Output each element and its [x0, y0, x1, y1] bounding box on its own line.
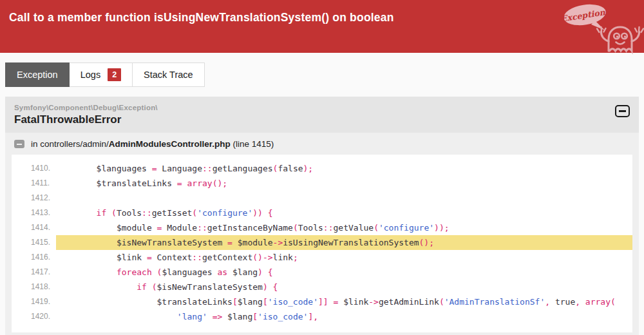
code-text: foreach ($languages as $lang) {: [56, 265, 632, 280]
code-text: if (Tools::getIsset('configure')) {: [56, 206, 632, 220]
ghost-body: [597, 27, 643, 51]
source-location-row: in controllers/admin/AdminModulesControl…: [5, 133, 639, 155]
line-number: 1419.: [12, 294, 56, 309]
line-number: 1415.: [12, 235, 56, 250]
source-location: in controllers/admin/AdminModulesControl…: [31, 139, 274, 149]
code-line: 1416. $link = Context::getContext()->lin…: [12, 250, 632, 265]
line-number: 1416.: [12, 250, 56, 265]
code-text: if ($isNewTranslateSystem) {: [56, 280, 632, 294]
line-number: 1410.: [12, 161, 56, 176]
debug-tabs: ExceptionLogs2Stack Trace: [5, 62, 639, 87]
code-line: 1410. $languages = Language::getLanguage…: [12, 161, 632, 176]
exception-panel: Symfony\Component\Debug\Exception\ Fatal…: [5, 97, 639, 335]
tab-label: Exception: [17, 70, 58, 80]
source-line-number: (line 1415): [231, 139, 274, 149]
line-number: 1414.: [12, 220, 56, 235]
source-file-name: AdminModulesController.php: [109, 139, 231, 149]
code-text: $link = Context::getContext()->link;: [56, 250, 632, 265]
tab-label: Logs: [80, 70, 100, 80]
code-line: 1418. if ($isNewTranslateSystem) {: [12, 280, 632, 294]
tab-exception[interactable]: Exception: [5, 62, 70, 87]
ghost-icon: Exception!: [559, 1, 644, 55]
code-line: 1414. $module = Module::getInstanceByNam…: [12, 220, 632, 235]
code-text: 'lang' => $lang['iso_code'],: [56, 309, 632, 324]
code-line: 1419. $translateLinks[$lang['iso_code']]…: [12, 294, 632, 309]
error-message: Call to a member function isUsingNewTran…: [0, 0, 644, 24]
exception-class: FatalThrowableError: [14, 113, 630, 126]
error-banner: Call to a member function isUsingNewTran…: [0, 0, 644, 53]
collapse-minus-icon[interactable]: [615, 105, 630, 117]
tab-logs[interactable]: Logs2: [70, 62, 133, 87]
code-text: [56, 191, 632, 206]
code-excerpt: 1410. $languages = Language::getLanguage…: [12, 155, 632, 332]
exception-namespace: Symfony\Component\Debug\Exception\: [14, 104, 630, 111]
exception-panel-header: Symfony\Component\Debug\Exception\ Fatal…: [5, 97, 639, 133]
code-text: $languages = Language::getLanguages(fals…: [56, 161, 632, 176]
line-number: 1411.: [12, 176, 56, 191]
tab-label: Stack Trace: [144, 70, 193, 80]
line-number: 1418.: [12, 280, 56, 294]
code-text: $translateLinks[$lang['iso_code']] = $li…: [56, 294, 632, 309]
line-number: 1420.: [12, 309, 56, 324]
collapse-trace-minus-icon[interactable]: [14, 140, 24, 148]
tab-count-badge: 2: [108, 68, 121, 81]
code-text: $translateLinks = array();: [56, 176, 632, 191]
code-line: 1411. $translateLinks = array();: [12, 176, 632, 191]
ghost-exception-mascot: Exception!: [559, 1, 644, 57]
code-text: $module = Module::getInstanceByName(Tool…: [56, 220, 632, 235]
line-number: 1413.: [12, 206, 56, 220]
code-line: 1413. if (Tools::getIsset('configure')) …: [12, 206, 632, 220]
code-line-highlighted: 1415. $isNewTranslateSystem = $module->i…: [12, 235, 632, 250]
code-line: 1417. foreach ($languages as $lang) {: [12, 265, 632, 280]
tab-stack-trace[interactable]: Stack Trace: [133, 62, 205, 87]
code-line: 1412.: [12, 191, 632, 206]
source-location-prefix: in controllers/admin/: [31, 139, 109, 149]
code-line: 1420. 'lang' => $lang['iso_code'],: [12, 309, 632, 324]
line-number: 1417.: [12, 265, 56, 280]
code-text: $isNewTranslateSystem = $module->isUsing…: [56, 235, 632, 250]
line-number: 1412.: [12, 191, 56, 206]
